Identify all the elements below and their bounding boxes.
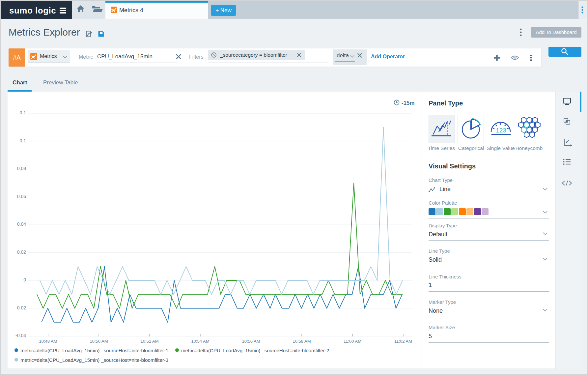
svg-text:0.02: 0.02 bbox=[17, 249, 26, 255]
svg-text:10:54 AM: 10:54 AM bbox=[191, 339, 210, 344]
svg-text:11:00 AM: 11:00 AM bbox=[344, 339, 361, 344]
svg-text:0.1: 0.1 bbox=[20, 138, 26, 143]
svg-text:0.06: 0.06 bbox=[17, 194, 26, 199]
svg-text:10:52 AM: 10:52 AM bbox=[141, 339, 159, 344]
svg-text:-0.02: -0.02 bbox=[15, 305, 26, 310]
svg-text:-15m: -15m bbox=[402, 100, 415, 106]
svg-text:123: 123 bbox=[496, 127, 506, 134]
svg-text:-0.04: -0.04 bbox=[15, 333, 26, 338]
svg-text:10:50 AM: 10:50 AM bbox=[90, 339, 108, 344]
svg-text:0: 0 bbox=[23, 277, 26, 282]
svg-text:0.08: 0.08 bbox=[17, 166, 26, 171]
svg-text:11:02 AM: 11:02 AM bbox=[394, 339, 412, 344]
svg-text:0.1: 0.1 bbox=[20, 110, 26, 115]
svg-text:10:56 AM: 10:56 AM bbox=[242, 339, 260, 344]
svg-text:10:48 AM: 10:48 AM bbox=[39, 339, 57, 344]
svg-text:10:58 AM: 10:58 AM bbox=[293, 339, 311, 344]
svg-text:0.04: 0.04 bbox=[17, 221, 26, 227]
